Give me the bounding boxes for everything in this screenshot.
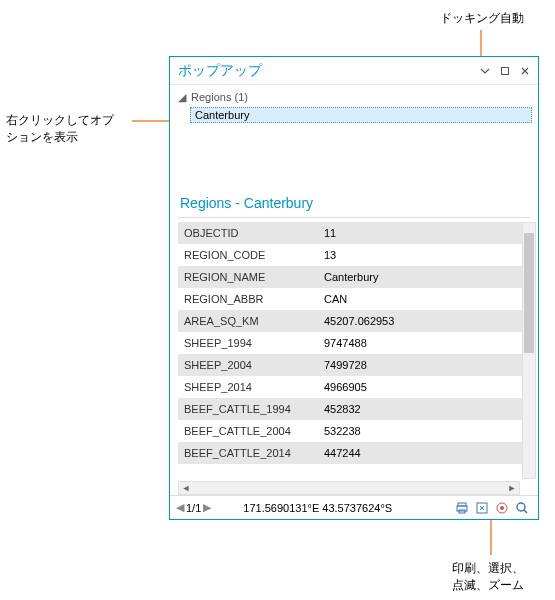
print-button[interactable] [453,499,471,517]
attr-value: 447244 [318,442,534,464]
collapse-icon: ◢ [178,91,188,104]
attr-value: 532238 [318,420,534,442]
annotation-docking: ドッキング自動 [440,10,540,27]
attr-value: 9747488 [318,332,534,354]
attr-key: REGION_NAME [178,266,318,288]
tree-layer-label: Regions [191,91,231,103]
divider [178,217,530,218]
table-row: REGION_ABBRCAN [178,288,534,310]
table-row: BEEF_CATTLE_2014447244 [178,442,534,464]
attr-key: SHEEP_2014 [178,376,318,398]
attr-value: 13 [318,244,534,266]
table-row: SHEEP_20144966905 [178,376,534,398]
flash-icon [495,501,509,515]
attr-key: OBJECTID [178,222,318,244]
attr-key: SHEEP_1994 [178,332,318,354]
close-icon [520,66,530,76]
attr-value: Canterbury [318,266,534,288]
attr-key: BEEF_CATTLE_1994 [178,398,318,420]
svg-point-5 [500,506,504,510]
annotation-rightclick: 右クリックしてオプ ションを表示 [6,112,136,146]
zoom-button[interactable] [513,499,531,517]
attr-value: 45207.062953 [318,310,534,332]
flash-button[interactable] [493,499,511,517]
tree-layer-count: (1) [234,91,247,103]
page-indicator: 1/1 [186,502,201,514]
annotation-rightclick-l2: ションを表示 [6,130,78,144]
svg-line-8 [524,510,527,513]
annotation-rightclick-l1: 右クリックしてオプ [6,113,114,127]
feature-tree: ◢ Regions (1) Canterbury [170,85,538,129]
attr-value: 4966905 [318,376,534,398]
next-feature-button[interactable]: ▶ [203,501,211,514]
attr-key: SHEEP_2004 [178,354,318,376]
attr-key: REGION_ABBR [178,288,318,310]
restore-button[interactable] [496,62,514,80]
dock-menu-button[interactable] [476,62,494,80]
vertical-scroll-thumb[interactable] [524,233,534,353]
attr-key: REGION_CODE [178,244,318,266]
tree-header[interactable]: ◢ Regions (1) [176,89,532,106]
table-row: SHEEP_20047499728 [178,354,534,376]
zoom-icon [515,501,529,515]
tree-item-selected[interactable]: Canterbury [190,107,532,123]
table-row: BEEF_CATTLE_1994452832 [178,398,534,420]
hscroll-left-icon[interactable]: ◄ [179,482,193,494]
attr-key: AREA_SQ_KM [178,310,318,332]
table-row: OBJECTID11 [178,222,534,244]
svg-point-7 [517,503,525,511]
coordinate-readout: 171.5690131°E 43.5737624°S [243,502,392,514]
attr-key: BEEF_CATTLE_2004 [178,420,318,442]
vertical-scrollbar[interactable] [522,222,536,479]
horizontal-scrollbar[interactable]: ◄ ► [178,481,520,495]
svg-rect-0 [502,67,509,74]
close-button[interactable] [516,62,534,80]
attr-value: 7499728 [318,354,534,376]
attribute-grid: OBJECTID11REGION_CODE13REGION_NAMECanter… [178,222,534,464]
print-icon [455,501,469,515]
popup-panel: ポップアップ ◢ Regions (1) Canterbury Regions … [169,56,539,520]
callout-line-top [480,30,482,58]
select-icon [475,501,489,515]
status-bar: ◀ 1/1 ▶ 171.5690131°E 43.5737624°S [170,495,538,519]
detail-title: Regions - Canterbury [170,189,538,215]
attr-value: CAN [318,288,534,310]
select-button[interactable] [473,499,491,517]
prev-feature-button[interactable]: ◀ [176,501,184,514]
callout-line-bottom [490,517,492,555]
annotation-tools: 印刷、選択、 点滅、ズーム [452,560,542,594]
table-row: REGION_NAMECanterbury [178,266,534,288]
attr-key: BEEF_CATTLE_2014 [178,442,318,464]
annotation-tools-l2: 点滅、ズーム [452,578,524,592]
attr-value: 11 [318,222,534,244]
titlebar: ポップアップ [170,57,538,85]
table-row: BEEF_CATTLE_2004532238 [178,420,534,442]
panel-title: ポップアップ [178,62,262,80]
restore-icon [500,66,510,76]
annotation-tools-l1: 印刷、選択、 [452,561,524,575]
table-row: AREA_SQ_KM45207.062953 [178,310,534,332]
attr-value: 452832 [318,398,534,420]
attribute-grid-wrap: OBJECTID11REGION_CODE13REGION_NAMECanter… [170,222,538,495]
table-row: SHEEP_19949747488 [178,332,534,354]
chevron-down-icon [480,66,490,76]
table-row: REGION_CODE13 [178,244,534,266]
hscroll-right-icon[interactable]: ► [505,482,519,494]
